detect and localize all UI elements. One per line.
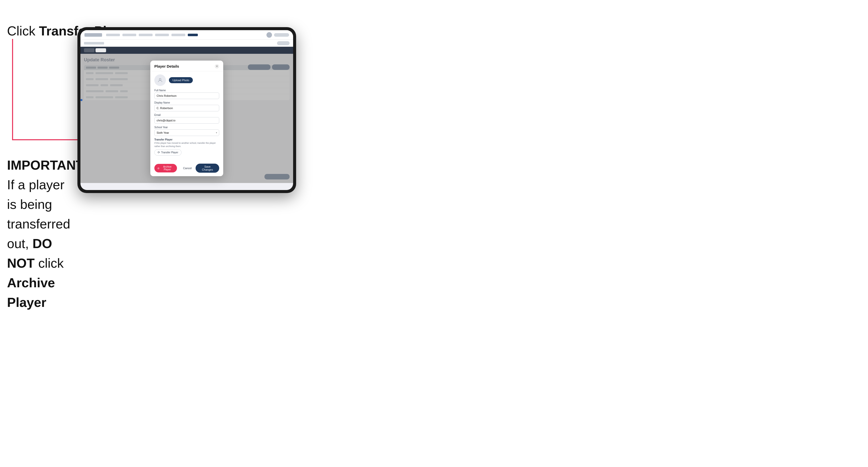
nav-item-schedule[interactable] [155, 34, 169, 36]
school-year-select[interactable]: First Year Second Year Third Year Fourth… [154, 129, 219, 136]
email-group: Email [154, 114, 219, 124]
archive-icon: ⊘ [157, 167, 159, 170]
nav-item-blog[interactable] [188, 34, 198, 36]
modal-title: Player Details [154, 64, 179, 68]
tablet-device: Update Roster [78, 27, 296, 193]
instruction-prefix: Click [7, 24, 39, 38]
upload-photo-button[interactable]: Upload Photo [169, 77, 193, 83]
transfer-section: Transfer Player If this player has moved… [154, 138, 219, 156]
school-year-select-wrapper: First Year Second Year Third Year Fourth… [154, 129, 219, 136]
archive-player-button[interactable]: ⊘ Archive Player [154, 164, 177, 173]
school-year-group: School Year First Year Second Year Third… [154, 126, 219, 136]
close-button[interactable]: × [215, 64, 219, 69]
nav-item-dashboard[interactable] [106, 34, 120, 36]
header-add-btn[interactable] [274, 33, 289, 37]
transfer-icon: ⟳ [158, 151, 160, 154]
header-avatar [267, 32, 272, 38]
nav-item-teams[interactable] [139, 34, 153, 36]
modal-footer: ⊘ Archive Player Cancel Save Changes [150, 161, 223, 176]
transfer-btn-label: Transfer Player [161, 151, 178, 154]
tablet-screen: Update Roster [81, 30, 293, 190]
transfer-description: If this player has moved to another scho… [154, 142, 219, 148]
nav-item-tournaments[interactable] [122, 34, 136, 36]
display-name-input[interactable] [154, 105, 219, 111]
archive-player-label: Archive Player [7, 276, 55, 310]
app-logo [85, 33, 102, 37]
tabs-row [81, 47, 293, 54]
app-header [81, 30, 293, 40]
email-label: Email [154, 114, 219, 116]
important-label: IMPORTANT [7, 158, 84, 173]
instruction-bottom: IMPORTANT: If a player is being transfer… [7, 155, 78, 312]
header-right [267, 32, 289, 38]
sub-header-action[interactable] [277, 41, 289, 45]
transfer-title: Transfer Player [154, 138, 219, 141]
display-name-label: Display Name [154, 101, 219, 104]
cancel-button[interactable]: Cancel [181, 165, 193, 171]
tab-active[interactable] [95, 48, 106, 52]
avatar [154, 74, 166, 86]
modal-body: Upload Photo Full Name Display Name [150, 71, 223, 161]
full-name-input[interactable] [154, 93, 219, 99]
tab-roster[interactable] [84, 48, 95, 52]
nav-bar [106, 34, 267, 36]
school-year-label: School Year [154, 126, 219, 129]
avatar-row: Upload Photo [154, 74, 219, 86]
transfer-player-button[interactable]: ⟳ Transfer Player [154, 149, 182, 156]
save-changes-button[interactable]: Save Changes [195, 164, 219, 173]
svg-point-0 [159, 79, 161, 80]
main-content: Update Roster [81, 54, 293, 183]
modal-header: Player Details × [150, 61, 223, 71]
sub-header [81, 40, 293, 47]
email-input[interactable] [154, 117, 219, 124]
archive-btn-label: Archive Player [161, 165, 174, 171]
full-name-group: Full Name [154, 89, 219, 99]
display-name-group: Display Name [154, 101, 219, 111]
full-name-label: Full Name [154, 89, 219, 92]
nav-item-mhi[interactable] [172, 34, 185, 36]
modal-overlay: Player Details × [81, 54, 293, 183]
player-details-modal: Player Details × [150, 61, 223, 176]
sub-header-breadcrumb [84, 42, 104, 44]
